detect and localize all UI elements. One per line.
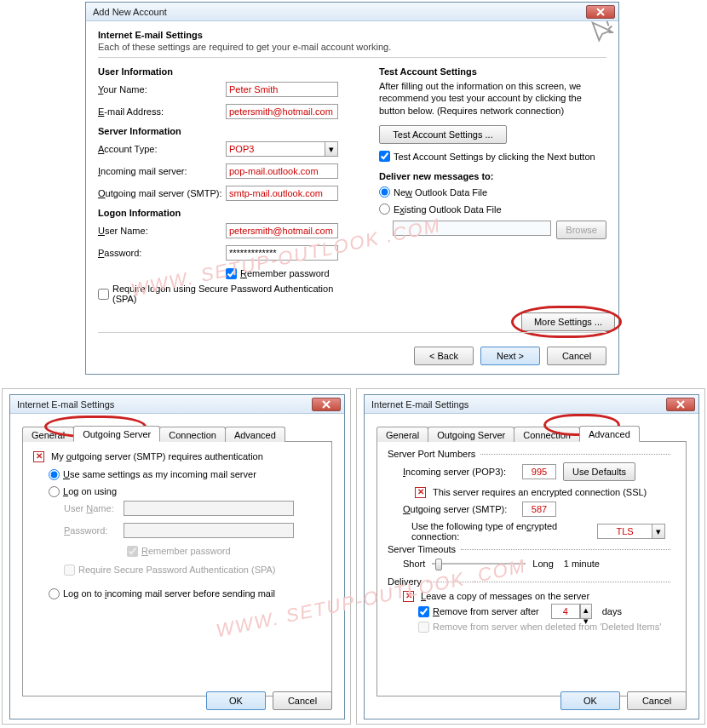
password-label: Password: xyxy=(64,525,124,536)
test-account-button[interactable]: Test Account Settings ... xyxy=(379,125,507,144)
test-next-checkbox[interactable] xyxy=(379,151,390,162)
timeout-slider[interactable] xyxy=(432,558,526,570)
same-settings-radio[interactable] xyxy=(49,469,60,480)
leave-copy-label: Leave a copy of messages on the server xyxy=(421,591,589,601)
spa-checkbox xyxy=(64,565,75,576)
remove-after-checkbox[interactable] xyxy=(418,606,429,617)
account-type-value: POP3 xyxy=(227,144,325,154)
email-field[interactable] xyxy=(226,104,338,119)
titlebar: Internet E-mail Settings xyxy=(10,395,344,414)
tab-connection[interactable]: Connection xyxy=(159,427,226,442)
remember-password-label: Remember password xyxy=(141,546,231,556)
cancel-button[interactable]: Cancel xyxy=(627,691,687,710)
deliver-header: Deliver new messages to: xyxy=(379,171,606,181)
incoming-label: Incoming mail server: xyxy=(98,166,226,176)
subheading: Each of these settings are required to g… xyxy=(98,42,606,52)
short-label: Short xyxy=(403,559,425,569)
more-settings-button[interactable]: More Settings ... xyxy=(521,312,615,331)
spa-label: Require logon using Secure Password Auth… xyxy=(112,284,354,304)
server-info-header: Server Information xyxy=(98,126,354,136)
titlebar: Internet E-mail Settings xyxy=(365,395,698,414)
window-title: Internet E-mail Settings xyxy=(10,399,114,410)
cursor-icon xyxy=(589,20,615,45)
tab-outgoing-server[interactable]: Outgoing Server xyxy=(73,426,160,442)
ok-button[interactable]: OK xyxy=(206,691,266,710)
remove-deleted-checkbox xyxy=(418,622,429,633)
tab-general[interactable]: General xyxy=(22,427,74,442)
logon-info-header: Logon Information xyxy=(98,208,354,218)
logon-before-send-label: Log on to incoming mail server before se… xyxy=(63,588,275,599)
remember-password-checkbox xyxy=(127,546,138,557)
cancel-button[interactable]: Cancel xyxy=(547,347,606,365)
email-label: E-mail Address: xyxy=(98,106,226,117)
account-type-label: Account Type: xyxy=(98,144,226,154)
titlebar: Add New Account xyxy=(86,3,618,21)
delivery-header: Delivery xyxy=(388,576,422,587)
incoming-port-field[interactable] xyxy=(522,464,556,479)
password-label: Password: xyxy=(98,248,226,258)
outgoing-label: Outgoing mail server (SMTP): xyxy=(98,188,226,198)
tab-outgoing-server[interactable]: Outgoing Server xyxy=(428,427,514,442)
next-button[interactable]: Next > xyxy=(480,347,540,365)
leave-copy-checkbox[interactable] xyxy=(403,591,414,602)
account-type-select[interactable]: POP3 ▾ xyxy=(226,141,338,157)
password-field xyxy=(124,523,294,538)
timeout-value: 1 minute xyxy=(564,559,600,569)
existing-pst-radio[interactable] xyxy=(379,203,390,215)
timeouts-header: Server Timeouts xyxy=(388,544,456,554)
remove-days-field[interactable] xyxy=(551,604,580,619)
username-label: User Name: xyxy=(64,503,124,513)
test-desc: After filling out the information on thi… xyxy=(379,80,606,117)
close-button[interactable] xyxy=(666,398,695,411)
heading: Internet E-mail Settings xyxy=(98,30,606,40)
outgoing-port-field[interactable] xyxy=(522,502,556,517)
tab-general[interactable]: General xyxy=(376,427,428,442)
ok-button[interactable]: OK xyxy=(560,691,620,710)
logon-before-send-radio[interactable] xyxy=(49,588,60,599)
tab-connection[interactable]: Connection xyxy=(514,427,580,442)
user-info-header: User Information xyxy=(98,66,354,77)
chevron-down-icon: ▾ xyxy=(325,142,337,156)
smtp-auth-checkbox[interactable] xyxy=(33,451,44,462)
tab-advanced[interactable]: Advanced xyxy=(225,427,285,442)
encryption-value: TLS xyxy=(598,526,652,536)
close-button[interactable] xyxy=(312,398,341,411)
smtp-auth-label: My outgoing server (SMTP) requires authe… xyxy=(51,451,263,461)
spa-label: Require Secure Password Authentication (… xyxy=(78,565,276,575)
username-field xyxy=(124,501,294,516)
outgoing-port-label: Outgoing server (SMTP): xyxy=(403,504,522,514)
incoming-field[interactable] xyxy=(226,163,338,179)
cancel-button[interactable]: Cancel xyxy=(273,691,332,710)
logon-using-label: Log on using xyxy=(63,486,117,496)
window-title: Add New Account xyxy=(86,7,167,17)
test-header: Test Account Settings xyxy=(379,66,606,77)
remember-password-checkbox[interactable] xyxy=(226,268,237,279)
your-name-field[interactable] xyxy=(226,82,338,97)
your-name-label: Your Name: xyxy=(98,84,226,95)
username-label: User Name: xyxy=(98,226,226,236)
existing-pst-label: Existing Outlook Data File xyxy=(394,204,502,215)
ports-header: Server Port Numbers xyxy=(388,449,475,459)
wizard-buttons: < Back Next > Cancel xyxy=(414,347,606,365)
encryption-select[interactable]: TLS ▾ xyxy=(597,524,665,539)
days-unit: days xyxy=(602,606,622,616)
username-field[interactable] xyxy=(226,223,338,238)
outgoing-field[interactable] xyxy=(226,186,338,201)
ssl-checkbox[interactable] xyxy=(415,487,426,498)
new-pst-label: New Outlook Data File xyxy=(394,187,487,198)
advanced-dialog: Internet E-mail Settings General Outgoin… xyxy=(364,394,699,719)
spa-checkbox[interactable] xyxy=(98,289,109,300)
same-settings-label: Use same settings as my incoming mail se… xyxy=(63,469,256,479)
remove-after-label: Remove from server after xyxy=(433,606,539,616)
logon-using-radio[interactable] xyxy=(49,486,60,497)
remember-password-label: Remember password xyxy=(240,268,330,278)
outgoing-server-dialog: Internet E-mail Settings General Outgoin… xyxy=(9,394,345,719)
tab-advanced[interactable]: Advanced xyxy=(579,426,640,442)
days-spinner[interactable]: ▴▾ xyxy=(580,604,592,619)
browse-button[interactable]: Browse xyxy=(556,221,606,239)
new-pst-radio[interactable] xyxy=(379,186,390,198)
use-defaults-button[interactable]: Use Defaults xyxy=(563,462,635,481)
password-field[interactable] xyxy=(226,245,338,261)
back-button[interactable]: < Back xyxy=(414,347,474,365)
close-button[interactable] xyxy=(586,5,615,19)
